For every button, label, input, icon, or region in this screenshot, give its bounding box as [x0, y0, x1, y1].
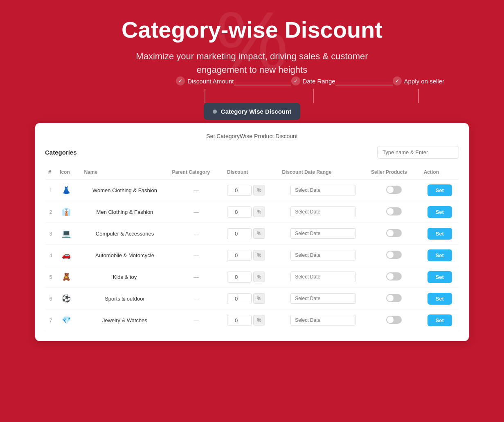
cell-parent-1: —	[169, 201, 224, 223]
date-input-5[interactable]	[290, 293, 356, 304]
table-row: 3 💻 Computer & Accessories — % Set	[45, 223, 459, 245]
cell-name-3: Automobile & Motorcycle	[81, 245, 169, 266]
step1-label: Discount Amount	[187, 78, 234, 85]
cell-parent-6: —	[169, 310, 224, 331]
cell-action-1: Set	[421, 201, 459, 223]
cell-icon-6: 💎	[56, 310, 81, 331]
table-header: # Icon Name Parent Category Discount Dis…	[45, 165, 459, 180]
cell-num-3: 4	[45, 245, 56, 266]
pill-and-table: Category Wise Discount Set CategoryWise …	[35, 103, 469, 341]
percent-badge-3: %	[253, 250, 265, 260]
category-icon-0: 👗	[60, 184, 73, 197]
category-name-6: Jewelry & Watches	[102, 317, 147, 323]
col-date-range: Discount Date Range	[279, 165, 368, 180]
cell-num-0: 1	[45, 180, 56, 201]
cell-name-4: Kids & toy	[81, 266, 169, 288]
cell-action-4: Set	[421, 266, 459, 288]
discount-input-4[interactable]	[227, 272, 252, 283]
discount-input-5[interactable]	[227, 293, 252, 304]
col-discount: Discount	[224, 165, 279, 180]
cell-discount-3: %	[224, 245, 279, 266]
seller-toggle-4[interactable]	[386, 272, 402, 281]
step2-label: Date Range	[303, 78, 335, 85]
discount-input-3[interactable]	[227, 250, 252, 261]
parent-dash-5: —	[194, 296, 199, 302]
parent-dash-2: —	[194, 231, 199, 237]
cell-name-5: Sports & outdoor	[81, 288, 169, 310]
date-input-4[interactable]	[290, 272, 356, 282]
category-icon-4: 🧸	[60, 270, 73, 283]
cell-name-6: Jewelry & Watches	[81, 310, 169, 331]
set-button-4[interactable]: Set	[428, 271, 452, 283]
cell-name-1: Men Clothing & Fashion	[81, 201, 169, 223]
cell-parent-0: —	[169, 180, 224, 201]
col-parent: Parent Category	[169, 165, 224, 180]
percent-badge-5: %	[253, 293, 265, 304]
percent-badge-0: %	[253, 185, 265, 195]
hero-subtitle: Maximize your marketing impact, driving …	[113, 49, 391, 76]
date-input-0[interactable]	[290, 185, 356, 195]
seller-toggle-6[interactable]	[386, 316, 402, 324]
table-row: 5 🧸 Kids & toy — % Set	[45, 266, 459, 288]
set-button-2[interactable]: Set	[428, 228, 452, 240]
cell-parent-3: —	[169, 245, 224, 266]
category-name-5: Sports & outdoor	[105, 296, 145, 302]
hero-section: % Category-wise Discount Maximize your m…	[0, 0, 504, 366]
set-button-1[interactable]: Set	[428, 206, 452, 218]
discount-input-1[interactable]	[227, 207, 252, 218]
table-row: 7 💎 Jewelry & Watches — % Set	[45, 310, 459, 331]
cell-num-2: 3	[45, 223, 56, 245]
cell-date-3	[279, 245, 368, 266]
stepper-row: ✓ Discount Amount ✓ Date Range ✓ App	[35, 76, 469, 103]
step3-check-icon: ✓	[393, 76, 402, 85]
parent-dash-6: —	[194, 317, 199, 323]
set-button-6[interactable]: Set	[428, 314, 452, 326]
step2-line	[313, 89, 314, 103]
set-button-0[interactable]: Set	[428, 184, 452, 196]
parent-dash-0: —	[194, 187, 199, 193]
set-button-3[interactable]: Set	[428, 249, 452, 261]
cell-icon-2: 💻	[56, 223, 81, 245]
set-button-5[interactable]: Set	[428, 293, 452, 305]
cell-discount-1: %	[224, 201, 279, 223]
cell-seller-0	[368, 180, 421, 201]
cell-icon-3: 🚗	[56, 245, 81, 266]
hero-title: Category-wise Discount	[8, 16, 496, 43]
cell-discount-2: %	[224, 223, 279, 245]
date-input-2[interactable]	[290, 228, 356, 239]
step-apply-seller: ✓ Apply on seller	[393, 76, 444, 103]
category-name-0: Women Clothing & Fashion	[92, 187, 157, 193]
discount-input-6[interactable]	[227, 315, 252, 326]
parent-dash-4: —	[194, 274, 199, 280]
cell-parent-2: —	[169, 223, 224, 245]
step-discount-amount: ✓ Discount Amount	[176, 76, 234, 103]
cell-seller-4	[368, 266, 421, 288]
date-input-1[interactable]	[290, 207, 356, 217]
table-row: 4 🚗 Automobile & Motorcycle — % Set	[45, 245, 459, 266]
category-icon-2: 💻	[60, 227, 73, 240]
step-date-range: ✓ Date Range	[291, 76, 335, 103]
search-input[interactable]	[377, 146, 459, 159]
cell-parent-4: —	[169, 266, 224, 288]
cell-num-5: 6	[45, 288, 56, 310]
table-row: 6 ⚽ Sports & outdoor — % Set	[45, 288, 459, 310]
date-input-6[interactable]	[290, 315, 356, 325]
parent-dash-3: —	[194, 252, 199, 258]
cell-date-1	[279, 201, 368, 223]
seller-toggle-0[interactable]	[386, 186, 402, 194]
discount-input-2[interactable]	[227, 228, 252, 239]
date-input-3[interactable]	[290, 250, 356, 260]
cell-discount-0: %	[224, 180, 279, 201]
cell-discount-4: %	[224, 266, 279, 288]
seller-toggle-3[interactable]	[386, 251, 402, 259]
seller-toggle-2[interactable]	[386, 229, 402, 237]
seller-toggle-1[interactable]	[386, 207, 402, 215]
cell-seller-5	[368, 288, 421, 310]
discount-input-0[interactable]	[227, 185, 252, 196]
cell-seller-6	[368, 310, 421, 331]
cell-action-2: Set	[421, 223, 459, 245]
active-step-label: Category Wise Discount	[221, 108, 291, 115]
step1-check-icon: ✓	[176, 76, 185, 85]
seller-toggle-5[interactable]	[386, 294, 402, 302]
col-action: Action	[421, 165, 459, 180]
